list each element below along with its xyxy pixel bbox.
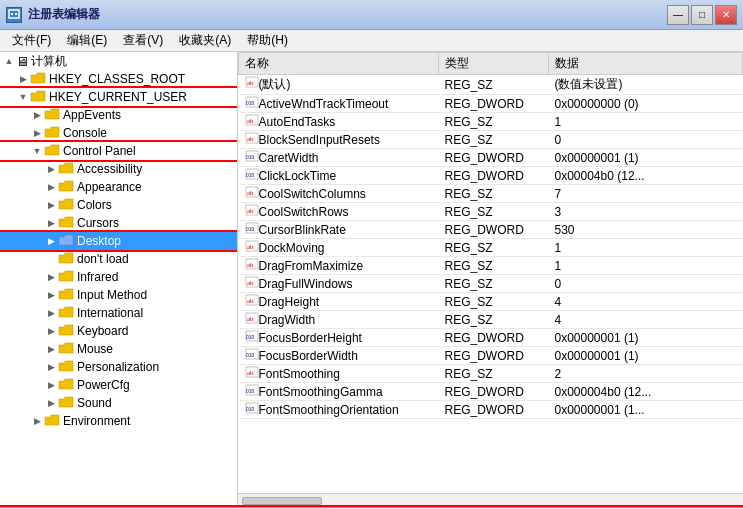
table-row[interactable]: 010CursorBlinkRateREG_DWORD530 xyxy=(239,221,743,239)
table-row[interactable]: abFontSmoothingREG_SZ2 xyxy=(239,365,743,383)
expand-keyboard[interactable]: ▶ xyxy=(44,324,58,338)
cell-type: REG_DWORD xyxy=(439,347,549,365)
cell-name: CoolSwitchRows xyxy=(259,205,349,219)
tree-item-mouse[interactable]: ▶ Mouse xyxy=(0,340,237,358)
expand-personalization[interactable]: ▶ xyxy=(44,360,58,374)
minimize-button[interactable]: — xyxy=(667,5,689,25)
table-row[interactable]: 010FontSmoothingOrientationREG_DWORD0x00… xyxy=(239,401,743,419)
table-row[interactable]: 010ActiveWndTrackTimeoutREG_DWORD0x00000… xyxy=(239,95,743,113)
menu-edit[interactable]: 编辑(E) xyxy=(59,30,115,51)
type-icon: 010 xyxy=(245,403,259,417)
tree-item-personalization[interactable]: ▶ Personalization xyxy=(0,358,237,376)
tree-item-appearance[interactable]: ▶ Appearance xyxy=(0,178,237,196)
table-row[interactable]: abCoolSwitchRowsREG_SZ3 xyxy=(239,203,743,221)
type-icon: 010 xyxy=(245,97,259,111)
tree-item-computer[interactable]: ▲ 🖥 计算机 xyxy=(0,52,237,70)
expand-inputmethod[interactable]: ▶ xyxy=(44,288,58,302)
cell-type: REG_SZ xyxy=(439,311,549,329)
cell-name: ClickLockTime xyxy=(259,169,337,183)
cell-name: ActiveWndTrackTimeout xyxy=(259,97,389,111)
tree-item-infrared[interactable]: ▶ Infrared xyxy=(0,268,237,286)
tree-scroll[interactable]: ▲ 🖥 计算机 ▶ HKEY_CLASSES_ROOT ▼ HKEY_CURRE… xyxy=(0,52,237,507)
table-row[interactable]: abDragWidthREG_SZ4 xyxy=(239,311,743,329)
cell-name: FocusBorderHeight xyxy=(259,331,362,345)
menu-help[interactable]: 帮助(H) xyxy=(239,30,296,51)
col-header-data[interactable]: 数据 xyxy=(549,53,743,75)
expand-powercfg[interactable]: ▶ xyxy=(44,378,58,392)
cell-data: 0x00004b0 (12... xyxy=(549,167,743,185)
expand-desktop[interactable]: ▶ xyxy=(44,234,58,248)
expand-infrared[interactable]: ▶ xyxy=(44,270,58,284)
tree-panel[interactable]: ▲ 🖥 计算机 ▶ HKEY_CLASSES_ROOT ▼ HKEY_CURRE… xyxy=(0,52,238,507)
folder-icon-colors xyxy=(58,197,74,214)
expand-hkcr[interactable]: ▶ xyxy=(16,72,30,86)
table-row[interactable]: 010FocusBorderHeightREG_DWORD0x00000001 … xyxy=(239,329,743,347)
tree-item-environment[interactable]: ▶ Environment xyxy=(0,412,237,430)
tree-item-keyboard[interactable]: ▶ Keyboard xyxy=(0,322,237,340)
expand-cursors[interactable]: ▶ xyxy=(44,216,58,230)
folder-icon-appevents xyxy=(44,107,60,124)
cell-type: REG_SZ xyxy=(439,275,549,293)
folder-icon-personalization xyxy=(58,359,74,376)
col-header-type[interactable]: 类型 xyxy=(439,53,549,75)
tree-item-international[interactable]: ▶ International xyxy=(0,304,237,322)
computer-icon: 🖥 xyxy=(16,54,29,69)
expand-hkcu[interactable]: ▼ xyxy=(16,90,30,104)
table-row[interactable]: abDragFromMaximizeREG_SZ1 xyxy=(239,257,743,275)
app-icon xyxy=(6,7,22,23)
expand-international[interactable]: ▶ xyxy=(44,306,58,320)
tree-item-dontload[interactable]: don't load xyxy=(0,250,237,268)
expand-environment[interactable]: ▶ xyxy=(30,414,44,428)
cell-name: FontSmoothing xyxy=(259,367,340,381)
table-row[interactable]: 010CaretWidthREG_DWORD0x00000001 (1) xyxy=(239,149,743,167)
expand-console[interactable]: ▶ xyxy=(30,126,44,140)
tree-item-desktop[interactable]: ▶ Desktop xyxy=(0,232,237,250)
expand-computer[interactable]: ▲ xyxy=(2,54,16,68)
expand-controlpanel[interactable]: ▼ xyxy=(30,144,44,158)
tree-item-console[interactable]: ▶ Console xyxy=(0,124,237,142)
col-header-name[interactable]: 名称 xyxy=(239,53,439,75)
expand-accessibility[interactable]: ▶ xyxy=(44,162,58,176)
expand-appevents[interactable]: ▶ xyxy=(30,108,44,122)
expand-appearance[interactable]: ▶ xyxy=(44,180,58,194)
svg-text:ab: ab xyxy=(247,279,254,287)
maximize-button[interactable]: □ xyxy=(691,5,713,25)
table-container[interactable]: 名称 类型 数据 ab(默认)REG_SZ(数值未设置)010ActiveWnd… xyxy=(238,52,743,493)
table-row[interactable]: abAutoEndTasksREG_SZ1 xyxy=(239,113,743,131)
svg-text:ab: ab xyxy=(247,189,254,197)
expand-sound[interactable]: ▶ xyxy=(44,396,58,410)
tree-item-cursors[interactable]: ▶ Cursors xyxy=(0,214,237,232)
tree-item-powercfg[interactable]: ▶ PowerCfg xyxy=(0,376,237,394)
table-row[interactable]: abCoolSwitchColumnsREG_SZ7 xyxy=(239,185,743,203)
table-row[interactable]: abDragHeightREG_SZ4 xyxy=(239,293,743,311)
tree-item-hkcr[interactable]: ▶ HKEY_CLASSES_ROOT xyxy=(0,70,237,88)
table-row[interactable]: 010FontSmoothingGammaREG_DWORD0x000004b0… xyxy=(239,383,743,401)
tree-label-international: International xyxy=(77,306,143,320)
tree-item-inputmethod[interactable]: ▶ Input Method xyxy=(0,286,237,304)
cell-data: 0x000004b0 (12... xyxy=(549,383,743,401)
svg-text:010: 010 xyxy=(246,226,255,232)
menu-view[interactable]: 查看(V) xyxy=(115,30,171,51)
table-row[interactable]: abBlockSendInputResetsREG_SZ0 xyxy=(239,131,743,149)
table-row[interactable]: abDockMovingREG_SZ1 xyxy=(239,239,743,257)
expand-mouse[interactable]: ▶ xyxy=(44,342,58,356)
menu-favorites[interactable]: 收藏夹(A) xyxy=(171,30,239,51)
close-button[interactable]: ✕ xyxy=(715,5,737,25)
table-row[interactable]: ab(默认)REG_SZ(数值未设置) xyxy=(239,75,743,95)
tree-item-colors[interactable]: ▶ Colors xyxy=(0,196,237,214)
menu-file[interactable]: 文件(F) xyxy=(4,30,59,51)
tree-item-appevents[interactable]: ▶ AppEvents xyxy=(0,106,237,124)
tree-label-infrared: Infrared xyxy=(77,270,118,284)
tree-item-accessibility[interactable]: ▶ Accessibility xyxy=(0,160,237,178)
table-row[interactable]: abDragFullWindowsREG_SZ0 xyxy=(239,275,743,293)
svg-text:010: 010 xyxy=(246,100,255,106)
tree-item-controlpanel[interactable]: ▼ Control Panel xyxy=(0,142,237,160)
table-row[interactable]: 010ClickLockTimeREG_DWORD0x00004b0 (12..… xyxy=(239,167,743,185)
tree-label-personalization: Personalization xyxy=(77,360,159,374)
tree-item-sound[interactable]: ▶ Sound xyxy=(0,394,237,412)
horizontal-scrollbar[interactable] xyxy=(238,493,743,507)
tree-item-hkcu[interactable]: ▼ HKEY_CURRENT_USER xyxy=(0,88,237,106)
svg-text:ab: ab xyxy=(247,117,254,125)
expand-colors[interactable]: ▶ xyxy=(44,198,58,212)
table-row[interactable]: 010FocusBorderWidthREG_DWORD0x00000001 (… xyxy=(239,347,743,365)
